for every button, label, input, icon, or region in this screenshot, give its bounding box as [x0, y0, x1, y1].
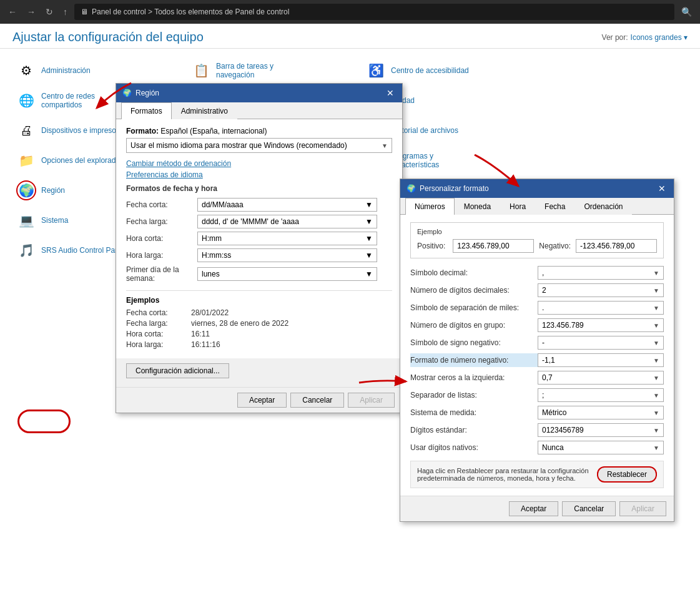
- dt-section-title: Formatos de fecha y hora: [126, 184, 392, 193]
- pf-label-7: Separador de listas:: [410, 391, 535, 400]
- first-day-arrow: ▼: [365, 270, 373, 278]
- pf-label-4: Símbolo de signo negativo:: [410, 338, 535, 347]
- pf-val-5: -1,1: [542, 356, 555, 365]
- dt-combo-4[interactable]: H:mm:ss ▼: [197, 248, 377, 262]
- pf-btn-cancelar[interactable]: Cancelar: [562, 501, 616, 516]
- restablecer-text: Haga clic en Restablecer para restaurar …: [417, 467, 591, 482]
- dt-value-2: dddd, d' de 'MMMM' de 'aaaa: [202, 217, 299, 226]
- search-btn[interactable]: 🔍: [678, 6, 695, 18]
- address-bar[interactable]: 🖥 Panel de control > Todos los elementos…: [74, 4, 674, 20]
- format-combo-text: Usar el mismo idioma para mostrar que Wi…: [131, 141, 347, 150]
- address-text: Panel de control > Todos los elementos d…: [92, 7, 289, 16]
- dt-arrow-4: ▼: [365, 251, 373, 260]
- view-label: Ver por:: [602, 33, 628, 42]
- pf-combo-4[interactable]: - ▼: [538, 336, 664, 350]
- dt-label-4: Hora larga:: [126, 251, 195, 260]
- link-preferencias[interactable]: Preferencias de idioma: [126, 170, 203, 179]
- dt-value-1: dd/MM/aaaa: [202, 200, 244, 209]
- ejemplo-box: Ejemplo Positivo: 123.456.789,00 Negativ…: [410, 222, 664, 258]
- pf-dialog-titlebar: 🌍 Personalizar formato ✕: [400, 179, 674, 198]
- region-btn-cancelar[interactable]: Cancelar: [290, 393, 344, 408]
- first-day-combo[interactable]: lunes ▼: [197, 267, 377, 281]
- region-btn-aplicar[interactable]: Aplicar: [348, 393, 395, 408]
- pf-tab-ordenacion[interactable]: Ordenación: [574, 198, 632, 215]
- pf-val-0: ,: [542, 268, 544, 277]
- ex-row-3: Hora corta: 16:11: [126, 330, 392, 338]
- pf-val-2: .: [542, 303, 544, 312]
- pf-tab-hora[interactable]: Hora: [500, 198, 535, 215]
- pf-combo-2[interactable]: . ▼: [538, 301, 664, 315]
- pf-dialog-close[interactable]: ✕: [656, 183, 668, 194]
- btn-configuracion-adicional[interactable]: Configuración adicional...: [126, 363, 229, 378]
- region-btn-aceptar[interactable]: Aceptar: [237, 393, 287, 408]
- pf-val-3: 123.456.789: [542, 321, 584, 330]
- pf-combo-10[interactable]: Nunca ▼: [538, 441, 664, 454]
- cp-item-administracion[interactable]: ⚙ Administración: [12, 58, 187, 83]
- cp-item-label-opciones1: Opciones del explorador: [41, 156, 122, 165]
- dt-row-2: Fecha larga: dddd, d' de 'MMMM' de 'aaaa…: [126, 215, 392, 228]
- pf-btn-aplicar[interactable]: Aplicar: [619, 501, 666, 516]
- ex-label-4: Hora larga:: [126, 340, 189, 349]
- pf-combo-7[interactable]: ; ▼: [538, 388, 664, 402]
- pf-combo-9[interactable]: 0123456789 ▼: [538, 423, 664, 437]
- dt-combo-2[interactable]: dddd, d' de 'MMMM' de 'aaaa ▼: [197, 215, 377, 228]
- format-combo-arrow: ▼: [382, 142, 388, 149]
- ex-title: Ejemplos: [126, 296, 392, 305]
- forward-btn[interactable]: →: [24, 6, 39, 18]
- tab-formatos[interactable]: Formatos: [121, 102, 172, 119]
- cp-item-accesibilidad[interactable]: ♿ Centro de accesibilidad: [362, 58, 537, 83]
- btn-restablecer[interactable]: Restablecer: [597, 466, 657, 483]
- pf-tab-numeros[interactable]: Números: [405, 198, 455, 215]
- format-label: Formato: Español (España, internacional): [126, 127, 392, 135]
- cp-item-label-administracion: Administración: [41, 66, 91, 75]
- pf-val-4: -: [542, 338, 545, 347]
- ex-value-2: viernes, 28 de enero de 2022: [191, 319, 392, 328]
- dt-row-3: Hora corta: H:mm ▼: [126, 232, 392, 245]
- pf-tab-moneda[interactable]: Moneda: [455, 198, 500, 215]
- region-dialog-footer: Aceptar Cancelar Aplicar: [116, 387, 402, 413]
- pf-row-4: Símbolo de signo negativo: - ▼: [410, 336, 664, 350]
- pf-combo-8[interactable]: Métrico ▼: [538, 406, 664, 419]
- dt-arrow-2: ▼: [365, 217, 373, 226]
- region-icon: 🌍: [16, 180, 36, 200]
- ex-value-4: 16:11:16: [191, 340, 392, 349]
- administracion-icon: ⚙: [16, 61, 36, 81]
- pf-combo-3[interactable]: 123.456.789 ▼: [538, 318, 664, 332]
- date-time-section: Formatos de fecha y hora Fecha corta: dd…: [126, 184, 392, 283]
- cp-item-label-dispositivos: Dispositivos e impresoras: [41, 126, 127, 135]
- ex-label-3: Hora corta:: [126, 330, 189, 338]
- region-dialog-close[interactable]: ✕: [385, 87, 396, 99]
- ejemplo-pos-value[interactable]: 123.456.789,00: [453, 239, 534, 253]
- ejemplo-neg-value[interactable]: -123.456.789,00: [576, 239, 657, 253]
- dt-combo-1[interactable]: dd/MM/aaaa ▼: [197, 198, 377, 212]
- pf-label-1: Número de dígitos decimales:: [410, 286, 535, 295]
- dt-combo-3[interactable]: H:mm ▼: [197, 232, 377, 245]
- pf-tab-fecha[interactable]: Fecha: [535, 198, 574, 215]
- pf-val-8: Métrico: [542, 408, 566, 417]
- pf-row-6: Mostrar ceros a la izquierda: 0,7 ▼: [410, 371, 664, 385]
- pf-combo-0[interactable]: , ▼: [538, 266, 664, 280]
- pf-combo-1[interactable]: 2 ▼: [538, 283, 664, 297]
- examples-section: Ejemplos Fecha corta: 28/01/2022 Fecha l…: [126, 290, 392, 349]
- pf-dialog-footer: Aceptar Cancelar Aplicar: [400, 496, 674, 521]
- up-btn[interactable]: ↑: [60, 6, 71, 18]
- pf-label-9: Dígitos estándar:: [410, 426, 535, 434]
- tab-administrativo[interactable]: Administrativo: [172, 102, 237, 119]
- pf-label-6: Mostrar ceros a la izquierda:: [410, 373, 535, 382]
- region-dialog-icon: 🌍: [122, 89, 132, 97]
- format-combo[interactable]: Usar el mismo idioma para mostrar que Wi…: [126, 138, 392, 153]
- refresh-btn[interactable]: ↻: [42, 6, 56, 18]
- region-dialog-titlebar: 🌍 Región ✕: [116, 84, 402, 102]
- view-selector[interactable]: Ver por: Iconos grandes ▾: [602, 33, 688, 42]
- region-dialog-title: Región: [136, 89, 159, 97]
- dt-label-1: Fecha corta:: [126, 200, 195, 209]
- cp-item-barra[interactable]: 📋 Barra de tareas ynavegación: [187, 58, 362, 83]
- view-mode[interactable]: Iconos grandes ▾: [631, 33, 688, 42]
- dt-arrow-3: ▼: [365, 234, 373, 243]
- pf-combo-6[interactable]: 0,7 ▼: [538, 371, 664, 385]
- link-cambiar-metodo[interactable]: Cambiar método de ordenación: [126, 159, 231, 168]
- back-btn[interactable]: ←: [5, 6, 20, 18]
- pf-row-1: Número de dígitos decimales: 2 ▼: [410, 283, 664, 297]
- pf-btn-aceptar[interactable]: Aceptar: [509, 501, 558, 516]
- pf-combo-5[interactable]: -1,1 ▼: [538, 353, 664, 367]
